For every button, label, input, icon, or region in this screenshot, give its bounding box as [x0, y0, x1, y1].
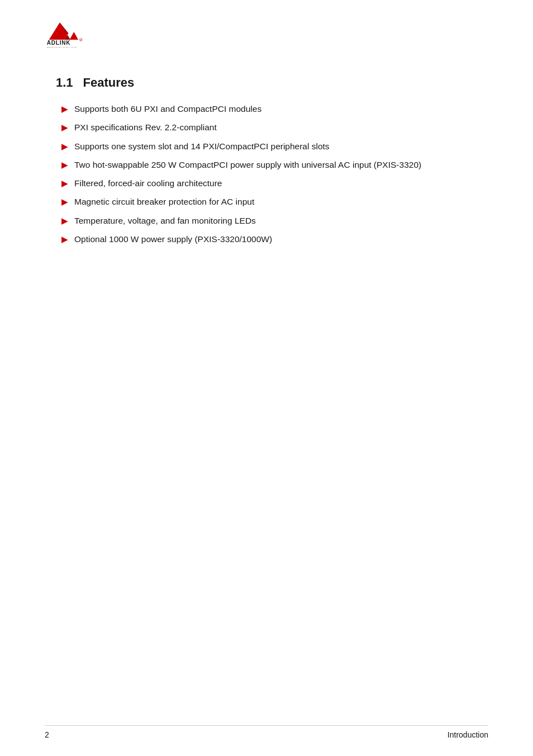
- list-item: ▶PXI specifications Rev. 2.2-compliant: [61, 121, 488, 134]
- footer-section-label: Introduction: [448, 730, 488, 739]
- page-header: ADLINK R TECHNOLOGY INC.: [45, 17, 488, 53]
- features-list: ▶Supports both 6U PXI and CompactPCI mod…: [61, 102, 488, 245]
- feature-text: Optional 1000 W power supply (PXIS-3320/…: [74, 233, 272, 245]
- feature-text: Supports one system slot and 14 PXI/Comp…: [74, 140, 330, 153]
- section-number: 1.1: [56, 75, 73, 90]
- list-item: ▶Two hot-swappable 250 W CompactPCI powe…: [61, 158, 488, 171]
- feature-text: Filtered, forced-air cooling architectur…: [74, 177, 222, 190]
- svg-marker-2: [70, 32, 78, 40]
- feature-text: Supports both 6U PXI and CompactPCI modu…: [74, 102, 261, 115]
- adlink-logo: ADLINK R TECHNOLOGY INC.: [45, 17, 101, 48]
- footer-page-number: 2: [45, 730, 49, 739]
- bullet-icon: ▶: [61, 178, 68, 190]
- list-item: ▶Temperature, voltage, and fan monitorin…: [61, 214, 488, 227]
- section-heading: 1.1 Features: [56, 75, 488, 90]
- bullet-icon: ▶: [61, 159, 68, 171]
- bullet-icon: ▶: [61, 215, 68, 227]
- feature-text: Two hot-swappable 250 W CompactPCI power…: [74, 158, 421, 171]
- list-item: ▶Magnetic circuit breaker protection for…: [61, 195, 488, 208]
- bullet-icon: ▶: [61, 196, 68, 208]
- list-item: ▶Optional 1000 W power supply (PXIS-3320…: [61, 233, 488, 245]
- bullet-icon: ▶: [61, 122, 68, 134]
- feature-text: Temperature, voltage, and fan monitoring…: [74, 214, 256, 227]
- svg-text:TECHNOLOGY INC.: TECHNOLOGY INC.: [47, 46, 78, 48]
- section-title: Features: [83, 75, 135, 90]
- svg-text:ADLINK: ADLINK: [47, 40, 70, 46]
- page-footer: 2 Introduction: [45, 725, 488, 739]
- page-container: ADLINK R TECHNOLOGY INC. 1.1 Features ▶S…: [0, 0, 533, 756]
- bullet-icon: ▶: [61, 141, 68, 153]
- feature-text: PXI specifications Rev. 2.2-compliant: [74, 121, 217, 134]
- logo-container: ADLINK R TECHNOLOGY INC.: [45, 17, 101, 48]
- list-item: ▶Supports one system slot and 14 PXI/Com…: [61, 140, 488, 153]
- bullet-icon: ▶: [61, 234, 68, 245]
- list-item: ▶Supports both 6U PXI and CompactPCI mod…: [61, 102, 488, 115]
- list-item: ▶Filtered, forced-air cooling architectu…: [61, 177, 488, 190]
- feature-text: Magnetic circuit breaker protection for …: [74, 195, 254, 208]
- bullet-icon: ▶: [61, 103, 68, 115]
